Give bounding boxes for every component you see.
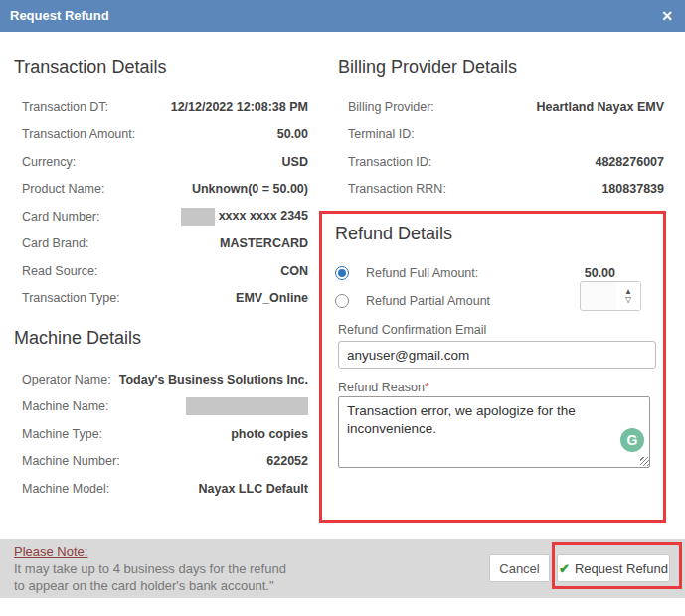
field-value: 12/12/2022 12:08:38 PM [171,100,308,114]
field-value: Today's Business Solutions Inc. [119,373,308,386]
close-icon[interactable]: ✕ [661,0,673,32]
cancel-button[interactable]: Cancel [489,554,550,582]
transaction-details-rows: Transaction DT: 12/12/2022 12:08:38 PM T… [22,93,308,312]
field-value: MASTERCARD [220,236,308,250]
refund-details-heading: Refund Details [335,224,452,244]
note-line-2: to appear on the card holder's bank acco… [14,578,274,593]
field-label: Machine Name: [22,399,109,413]
field-label: Transaction Amount: [22,127,135,141]
refund-full-amount-radio[interactable] [335,266,349,280]
grammarly-icon[interactable]: G [620,428,644,452]
transaction-details-heading: Transaction Details [14,57,166,77]
field-label: Transaction ID: [348,155,431,169]
billing-details-rows: Billing Provider: Heartland Nayax EMV Te… [348,93,664,203]
detail-row: Read Source: CON [22,257,308,285]
field-value: photo copies [231,427,308,441]
detail-row: Machine Model: Nayax LLC Default [22,475,308,503]
field-label: Billing Provider: [348,100,434,114]
field-value: Unknown(0 = 50.00) [192,182,308,196]
refund-partial-amount-label: Refund Partial Amount [366,294,490,308]
refund-email-label: Refund Confirmation Email [338,323,486,337]
refund-reason-label: Refund Reason* [338,381,429,394]
field-value: 180837839 [601,182,664,196]
refund-reason-textarea[interactable]: Transaction error, we apologize for the … [338,396,650,468]
detail-row-machine-name: Machine Name: [22,393,308,421]
field-label: Terminal ID: [348,127,415,141]
check-icon: ✔ [559,561,570,576]
field-label: Transaction RRN: [348,182,446,196]
dialog-title: Request Refund [10,0,109,32]
request-refund-dialog: Request Refund ✕ Transaction Details Tra… [0,0,685,616]
request-refund-label: Request Refund [575,561,668,576]
detail-row: Transaction DT: 12/12/2022 12:08:38 PM [22,93,308,121]
field-value: 622052 [266,454,308,468]
please-note-link: Please Note: [14,544,87,559]
field-label: Product Name: [22,182,104,196]
field-label: Card Number: [22,210,100,224]
field-value: 4828276007 [595,155,664,169]
required-asterisk: * [425,381,429,394]
refund-partial-amount-radio[interactable] [335,294,349,308]
detail-row: Product Name: Unknown(0 = 50.00) [22,176,308,204]
partial-amount-input[interactable] [581,282,616,310]
card-number-suffix: xxxx xxxx 2345 [219,209,308,223]
detail-row: Transaction RRN: 180837839 [348,176,664,204]
refund-partial-amount-row: Refund Partial Amount [335,291,490,311]
refund-full-amount-value: 50.00 [585,266,615,280]
detail-row: Card Brand: MASTERCARD [22,231,308,258]
field-label: Currency: [22,155,76,169]
field-value: USD [282,155,308,169]
field-label: Transaction DT: [22,100,108,114]
field-label: Machine Type: [22,427,102,441]
partial-amount-spinner: ▲▽ [580,281,641,311]
field-label: Machine Model: [22,482,109,496]
spinner-arrows[interactable]: ▲▽ [616,282,640,310]
field-value: Heartland Nayax EMV [536,100,664,114]
field-value: Nayax LLC Default [199,482,308,496]
refund-email-input[interactable] [338,341,656,369]
detail-row: Transaction ID: 4828276007 [348,148,664,176]
field-label: Card Brand: [22,236,88,250]
spinner-down-icon[interactable]: ▽ [625,296,631,304]
redacted-card-prefix [181,208,215,226]
field-label: Transaction Type: [22,291,120,305]
machine-details-rows: Operator Name: Today's Business Solution… [22,366,308,503]
detail-row: Transaction Type: EMV_Online [22,285,308,313]
dialog-footer: Please Note: It may take up to 4 busines… [0,539,685,598]
field-label: Operator Name: [22,373,111,386]
field-label: Read Source: [22,264,97,278]
dialog-header: Request Refund ✕ [0,0,685,32]
detail-row: Operator Name: Today's Business Solution… [22,366,308,393]
detail-row: Machine Number: 622052 [22,448,308,476]
refund-full-amount-row: Refund Full Amount: 50.00 [335,263,648,283]
field-value: xxxx xxxx 2345 [181,208,308,226]
refund-full-amount-label: Refund Full Amount: [366,266,478,280]
machine-details-heading: Machine Details [14,328,141,349]
detail-row: Transaction Amount: 50.00 [22,121,308,149]
detail-row: Currency: USD [22,148,308,176]
field-value: 50.00 [277,127,308,141]
billing-details-heading: Billing Provider Details [338,57,517,77]
field-value [186,397,308,415]
textarea-resize-handle[interactable] [640,457,649,466]
detail-row: Billing Provider: Heartland Nayax EMV [348,93,664,121]
field-label: Machine Number: [22,454,120,468]
detail-row-card-number: Card Number: xxxx xxxx 2345 [22,203,308,231]
note-line-1: It may take up to 4 business days for th… [14,561,286,576]
field-value: CON [280,264,308,278]
refund-details-highlight-box: Refund Details Refund Full Amount: 50.00… [319,211,666,523]
detail-row: Machine Type: photo copies [22,420,308,448]
request-refund-button[interactable]: ✔Request Refund [557,554,670,582]
field-value: EMV_Online [236,291,308,305]
redacted-machine-name [186,397,308,415]
detail-row: Terminal ID: [348,121,664,149]
